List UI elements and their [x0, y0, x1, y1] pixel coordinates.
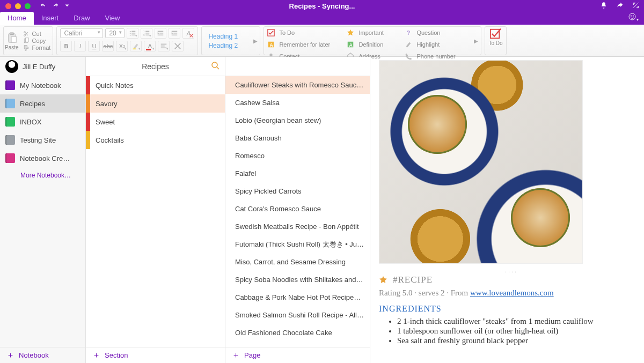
section-item[interactable]: Quick Notes [86, 76, 225, 94]
page-item[interactable]: Falafel [225, 165, 370, 182]
font-family-combo[interactable]: Calibri [60, 28, 103, 38]
section-item[interactable]: Savory [86, 94, 225, 113]
minimize-window[interactable] [15, 3, 21, 9]
fullscreen-icon[interactable] [632, 2, 640, 11]
page-item[interactable]: Old Fashioned Chocolate Cake [225, 324, 370, 342]
source-link[interactable]: www.loveandlemons.com [470, 288, 554, 297]
share-icon[interactable] [616, 2, 624, 11]
add-page-button[interactable]: ＋Page [225, 347, 370, 363]
more-notebooks-link[interactable]: More Notebook… [0, 167, 85, 179]
format-painter-button[interactable]: Format [23, 45, 51, 51]
notebook-icon [5, 99, 15, 108]
page-item[interactable]: Miso, Carrot, and Sesame Dressing [225, 253, 370, 271]
qat-more-icon[interactable] [64, 2, 70, 10]
notebook-item[interactable]: Testing Site [0, 131, 85, 149]
cut-button[interactable]: Cut [23, 31, 51, 37]
notebook-label: Testing Site [20, 136, 56, 144]
chevron-right-icon[interactable]: ▶ [474, 38, 478, 44]
notebook-item[interactable]: Notebook Cre… [0, 149, 85, 167]
notebook-icon [5, 135, 15, 145]
redo-icon[interactable] [52, 2, 58, 10]
plus-icon: ＋ [6, 350, 14, 360]
remember-tag-icon: A [267, 41, 275, 48]
page-item[interactable]: Romesco [225, 147, 370, 165]
page-item[interactable]: Cashew Salsa [225, 94, 370, 112]
italic-button[interactable]: I [74, 41, 86, 51]
section-item[interactable]: Cocktails [86, 131, 225, 149]
svg-rect-4 [10, 32, 13, 34]
tags-gallery[interactable]: To Do Important ?Question ARemember for … [264, 26, 481, 55]
page-item[interactable]: Cauliflower Steaks with Romesco Sauc… [225, 76, 370, 94]
user-name: Jill E Duffy [23, 63, 55, 71]
phone-tag-icon [405, 53, 412, 60]
titlebar: Recipes - Syncing... [0, 0, 644, 12]
page-item[interactable]: Spicy Soba Noodles with Shiitakes and… [225, 271, 370, 288]
font-size-combo[interactable]: 20 [105, 28, 125, 38]
page-item[interactable]: Cabbage & Pork Nabe Hot Pot Recipe… [225, 288, 370, 306]
page-item[interactable]: Spicy Pickled Carrots [225, 182, 370, 200]
user-account[interactable]: Jill E Duffy [0, 57, 85, 76]
page-item[interactable]: Cat Cora's Romesco Sauce [225, 200, 370, 218]
page-item[interactable]: Baba Ganoush [225, 129, 370, 147]
recipe-meta: Rating 5.0 · serves 2 · From www.loveand… [379, 288, 644, 298]
svg-text:?: ? [407, 29, 411, 36]
close-window[interactable] [5, 3, 11, 9]
tab-home[interactable]: Home [0, 12, 34, 25]
svg-point-38 [270, 54, 273, 56]
bullets-button[interactable]: ▾ [127, 28, 138, 39]
page-item[interactable]: Futomaki (Thick Sushi Roll) 太巻き • Ju… [225, 235, 370, 253]
notebook-icon [5, 153, 15, 163]
style-heading-1[interactable]: Heading 1 [205, 33, 250, 40]
recipe-tag: #RECIPE [393, 275, 433, 285]
feedback-icon[interactable]: ▾ [628, 12, 639, 23]
zoom-window[interactable] [25, 3, 31, 9]
todo-button[interactable]: To Do [485, 26, 506, 55]
paste-button[interactable]: Paste [5, 32, 19, 50]
page-item[interactable]: Swedish Meatballs Recipe - Bon Appétit [225, 218, 370, 235]
ellipsis-icon: .... [379, 267, 644, 273]
page-content[interactable]: .... #RECIPE Rating 5.0 · serves 2 · Fro… [370, 57, 644, 363]
strikethrough-button[interactable]: abc [102, 41, 114, 51]
styles-gallery[interactable]: Heading 1 Heading 2 ▶ [201, 26, 260, 55]
outdent-button[interactable] [155, 28, 166, 39]
highlight-button[interactable]: ▾ [130, 41, 142, 51]
svg-rect-26 [174, 33, 178, 33]
highlight-tag-icon [405, 41, 412, 48]
indent-button[interactable] [169, 28, 180, 39]
add-notebook-button[interactable]: ＋Notebook [0, 347, 85, 363]
svg-point-40 [212, 62, 217, 68]
page-item[interactable]: Smoked Salmon Sushi Roll Recipe - All… [225, 306, 370, 324]
page-item[interactable]: Lobio (Georgian bean stew) [225, 112, 370, 129]
clear-formatting-button[interactable]: A [182, 28, 194, 39]
tab-draw[interactable]: Draw [66, 12, 97, 25]
search-icon[interactable] [211, 61, 219, 71]
plus-icon: ＋ [232, 350, 240, 360]
recipe-image [379, 60, 583, 264]
notebook-item[interactable]: Recipes [0, 94, 85, 113]
undo-icon[interactable] [40, 2, 47, 10]
notebook-item[interactable]: My Notebook [0, 76, 85, 94]
clipboard-group: Paste Cut Copy Format [3, 26, 53, 55]
subscript-button[interactable]: X2▾ [116, 41, 128, 51]
sections-header: Recipes [86, 57, 225, 76]
svg-rect-31 [161, 48, 167, 48]
notebook-item[interactable]: INBOX [0, 113, 85, 131]
numbering-button[interactable]: 123▾ [141, 28, 152, 39]
delete-button[interactable] [172, 41, 184, 51]
underline-button[interactable]: U [88, 41, 100, 51]
window-controls [0, 3, 31, 9]
align-button[interactable]: ▾ [158, 41, 170, 51]
notebook-label: Notebook Cre… [20, 154, 70, 162]
tab-insert[interactable]: Insert [34, 12, 67, 25]
copy-button[interactable]: Copy [23, 38, 51, 44]
section-item[interactable]: Sweet [86, 113, 225, 131]
font-color-button[interactable]: A▾ [144, 41, 156, 51]
add-section-button[interactable]: ＋Section [86, 347, 225, 363]
style-heading-2[interactable]: Heading 2 [205, 42, 250, 49]
notifications-icon[interactable] [600, 2, 608, 11]
svg-text:A: A [270, 42, 274, 48]
ingredients-list: 2 1-inch thick cauliflower "steaks" from… [379, 317, 644, 345]
bold-button[interactable]: B [60, 41, 72, 51]
chevron-right-icon[interactable]: ▶ [253, 38, 258, 44]
tab-view[interactable]: View [98, 12, 128, 25]
